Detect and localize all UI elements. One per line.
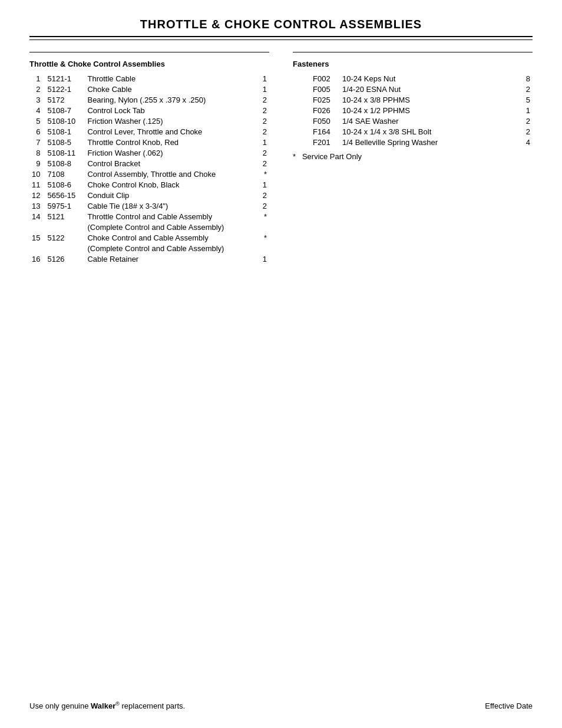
fastener-qty: 5 [521, 94, 533, 105]
table-row: 2 5122-1 Choke Cable 1 [29, 84, 269, 94]
item-num: 1 [29, 73, 45, 84]
part-num: 5108-10 [45, 116, 85, 126]
page-footer: Use only genuine Walker® replacement par… [29, 701, 533, 710]
part-desc: Choke Cable [85, 84, 257, 94]
part-desc: Cable Retainer [85, 253, 257, 264]
part-qty: 1 [257, 179, 269, 190]
part-desc: Throttle Control Knob, Red [85, 137, 257, 147]
table-row: 4 5108-7 Control Lock Tab 2 [29, 105, 269, 116]
footer-left: Use only genuine Walker® replacement par… [29, 701, 185, 710]
table-row: 13 5975-1 Cable Tie (18# x 3-3/4") 2 [29, 200, 269, 211]
part-num: 5108-5 [45, 137, 85, 147]
fastener-desc: 1/4 SAE Washer [340, 116, 521, 126]
page-title: THROTTLE & CHOKE CONTROL ASSEMBLIES [29, 18, 533, 31]
item-num: 6 [29, 126, 45, 137]
part-qty: * [257, 232, 269, 243]
item-num: 3 [29, 94, 45, 105]
part-qty: 1 [257, 253, 269, 264]
part-num: 5108-7 [45, 105, 85, 116]
part-qty: 2 [257, 116, 269, 126]
table-row: 1 5121-1 Throttle Cable 1 [29, 73, 269, 84]
table-row: F005 1/4-20 ESNA Nut 2 [293, 84, 533, 94]
fastener-qty: 2 [521, 116, 533, 126]
part-desc: Friction Washer (.125) [85, 116, 257, 126]
table-row: F164 10-24 x 1/4 x 3/8 SHL Bolt 2 [293, 126, 533, 137]
fastener-part: F164 [310, 126, 340, 137]
part-num: 5121-1 [45, 73, 85, 84]
part-desc: Control Bracket [85, 158, 257, 169]
table-row: F050 1/4 SAE Washer 2 [293, 116, 533, 126]
item-num: 16 [29, 253, 45, 264]
part-num: 5122-1 [45, 84, 85, 94]
table-row: F026 10-24 x 1/2 PPHMS 1 [293, 105, 533, 116]
table-row: F002 10-24 Keps Nut 8 [293, 73, 533, 84]
part-qty: * [257, 211, 269, 222]
fasteners-heading: Fasteners [293, 60, 533, 68]
part-num: 5121 [45, 211, 85, 222]
part-desc: Control Assembly, Throttle and Choke [85, 169, 257, 179]
left-section-heading: Throttle & Choke Control Assemblies [29, 60, 269, 68]
part-qty: 1 [257, 84, 269, 94]
fastener-desc: 10-24 x 1/2 PPHMS [340, 105, 521, 116]
table-row: 14 5121 Throttle Control and Cable Assem… [29, 211, 269, 222]
table-row: 6 5108-1 Control Lever, Throttle and Cho… [29, 126, 269, 137]
part-num: 5126 [45, 253, 85, 264]
part-desc: Control Lever, Throttle and Choke [85, 126, 257, 137]
part-num: 5172 [45, 94, 85, 105]
item-num: 13 [29, 200, 45, 211]
fastener-desc: 1/4 Belleville Spring Washer [340, 137, 521, 147]
part-qty: 2 [257, 105, 269, 116]
part-num: 5656-15 [45, 190, 85, 200]
part-qty: 2 [257, 200, 269, 211]
part-qty: 2 [257, 158, 269, 169]
fastener-qty: 4 [521, 137, 533, 147]
item-num: 11 [29, 179, 45, 190]
item-num: 12 [29, 190, 45, 200]
fasteners-table: F002 10-24 Keps Nut 8 F005 1/4-20 ESNA N… [293, 73, 533, 147]
fastener-part: F002 [310, 73, 340, 84]
item-num: 15 [29, 232, 45, 243]
part-desc: Choke Control and Cable Assembly [85, 232, 257, 243]
item-num: 7 [29, 137, 45, 147]
item-num: 14 [29, 211, 45, 222]
table-row: 8 5108-11 Friction Washer (.062) 2 [29, 147, 269, 158]
fastener-part: F050 [310, 116, 340, 126]
footer-right: Effective Date [485, 701, 533, 710]
table-row: 9 5108-8 Control Bracket 2 [29, 158, 269, 169]
fastener-qty: 2 [521, 84, 533, 94]
table-row-continuation: (Complete Control and Cable Assembly) [29, 243, 269, 253]
table-row: 15 5122 Choke Control and Cable Assembly… [29, 232, 269, 243]
part-desc-2: (Complete Control and Cable Assembly) [85, 222, 257, 232]
item-num: 4 [29, 105, 45, 116]
table-row: F201 1/4 Belleville Spring Washer 4 [293, 137, 533, 147]
table-row: 10 7108 Control Assembly, Throttle and C… [29, 169, 269, 179]
table-row-continuation: (Complete Control and Cable Assembly) [29, 222, 269, 232]
fastener-qty: 1 [521, 105, 533, 116]
table-row: 3 5172 Bearing, Nylon (.255 x .379 x .25… [29, 94, 269, 105]
table-row: 7 5108-5 Throttle Control Knob, Red 1 [29, 137, 269, 147]
item-num: 2 [29, 84, 45, 94]
fastener-part: F026 [310, 105, 340, 116]
table-row: 11 5108-6 Choke Control Knob, Black 1 [29, 179, 269, 190]
fastener-part: F201 [310, 137, 340, 147]
item-num: 8 [29, 147, 45, 158]
part-desc-2: (Complete Control and Cable Assembly) [85, 243, 257, 253]
part-desc: Choke Control Knob, Black [85, 179, 257, 190]
table-row: 16 5126 Cable Retainer 1 [29, 253, 269, 264]
fastener-qty: 2 [521, 126, 533, 137]
fastener-part: F005 [310, 84, 340, 94]
part-desc: Throttle Control and Cable Assembly [85, 211, 257, 222]
fastener-desc: 10-24 x 3/8 PPHMS [340, 94, 521, 105]
part-qty: 1 [257, 73, 269, 84]
left-section: Throttle & Choke Control Assemblies 1 51… [29, 52, 269, 264]
part-desc: Conduit Clip [85, 190, 257, 200]
part-qty: 2 [257, 147, 269, 158]
item-num: 10 [29, 169, 45, 179]
part-num: 5122 [45, 232, 85, 243]
right-section: Fasteners F002 10-24 Keps Nut 8 F005 1/4… [293, 52, 533, 161]
part-desc: Throttle Cable [85, 73, 257, 84]
fastener-desc: 10-24 x 1/4 x 3/8 SHL Bolt [340, 126, 521, 137]
part-num: 5108-11 [45, 147, 85, 158]
part-desc: Friction Washer (.062) [85, 147, 257, 158]
part-qty: 2 [257, 126, 269, 137]
